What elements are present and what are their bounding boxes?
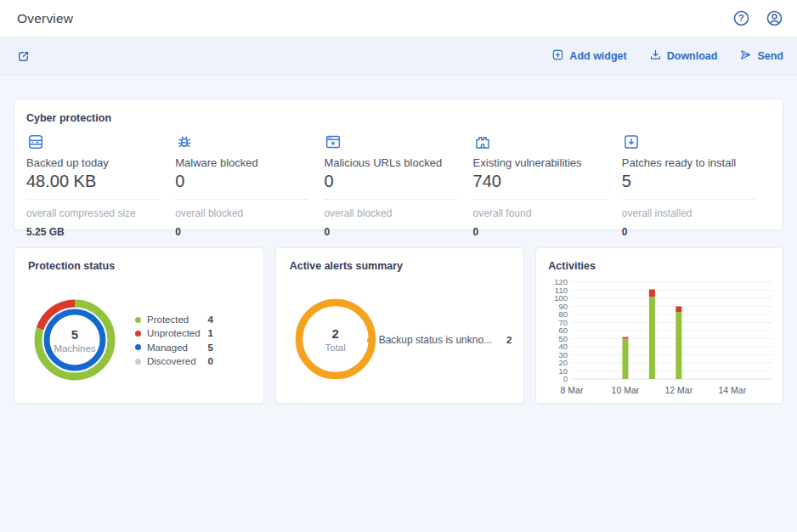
activities-widget: Activities 01020304050607080901001101208… — [535, 247, 783, 404]
account-icon[interactable] — [765, 9, 783, 28]
divider — [26, 199, 160, 200]
machines-label: Machines — [54, 343, 95, 354]
stat-label: Malicious URLs blocked — [324, 156, 457, 169]
divider — [175, 199, 308, 200]
legend-label: Protected — [147, 314, 203, 325]
legend-item-backup-status-unknown: Backup status is unkno... 2 — [367, 333, 512, 347]
open-in-new-window-icon[interactable] — [14, 47, 32, 65]
stat-patches-ready-to-install[interactable]: Patches ready to install 5 overall insta… — [622, 133, 771, 238]
stat-label: Backed up today — [26, 156, 160, 169]
activities-title: Activities — [548, 260, 771, 272]
svg-text:?: ? — [738, 13, 744, 23]
protection-status-widget: Protection status 5 Machines Protected 4… — [14, 247, 264, 404]
page-title: Overview — [17, 11, 73, 26]
legend-item-discovered: Discovered 0 — [135, 354, 213, 368]
send-button[interactable]: Send — [739, 48, 783, 64]
svg-text:100: 100 — [554, 293, 568, 303]
active-alerts-widget: Active alerts summary 2 Total Backup sta… — [275, 247, 525, 404]
cyber-protection-widget: Cyber protection Backed up today 48.00 K… — [14, 99, 783, 230]
active-alerts-donut: 2 Total — [293, 297, 378, 382]
stat-label: Malware blocked — [175, 156, 308, 169]
machines-count: 5 — [71, 327, 78, 342]
send-icon — [739, 48, 752, 64]
stat-sublabel: overall blocked — [324, 207, 457, 219]
svg-text:10 Mar: 10 Mar — [612, 385, 640, 395]
stat-existing-vulnerabilities[interactable]: Existing vulnerabilities 740 overall fou… — [473, 133, 622, 238]
stat-value: 740 — [473, 172, 607, 191]
stat-subvalue: 0 — [473, 226, 607, 238]
svg-text:8 Mar: 8 Mar — [561, 385, 584, 395]
widget-row: Protection status 5 Machines Protected 4… — [14, 247, 783, 404]
svg-text:70: 70 — [559, 318, 568, 327]
svg-text:12 Mar: 12 Mar — [665, 385, 693, 395]
stat-value: 0 — [175, 172, 308, 191]
stat-value: 0 — [324, 172, 457, 191]
cyber-protection-stats: Backed up today 48.00 KB overall compres… — [26, 133, 771, 238]
toolbar-actions: Add widget Download Send — [551, 48, 783, 64]
protection-status-donut: 5 Machines — [32, 297, 117, 382]
svg-text:40: 40 — [559, 342, 568, 351]
stat-backed-up-today[interactable]: Backed up today 48.00 KB overall compres… — [26, 133, 175, 238]
legend-label: Unprotected — [147, 328, 203, 338]
svg-text:10: 10 — [559, 366, 568, 376]
backup-drive-icon — [26, 133, 45, 151]
alert-dot-icon — [367, 337, 373, 343]
svg-text:80: 80 — [559, 309, 568, 319]
svg-text:20: 20 — [559, 358, 568, 367]
stat-sublabel: overall found — [473, 207, 607, 219]
add-widget-icon — [551, 48, 564, 64]
header-icons: ? — [732, 9, 783, 28]
discovered-dot-icon — [135, 359, 141, 365]
unprotected-dot-icon — [135, 331, 141, 337]
bug-icon — [175, 133, 194, 151]
download-button[interactable]: Download — [649, 48, 718, 64]
stat-value: 5 — [622, 172, 755, 191]
stat-subvalue: 0 — [622, 226, 755, 238]
legend-value: 4 — [208, 314, 213, 325]
svg-text:90: 90 — [559, 302, 568, 311]
add-widget-button[interactable]: Add widget — [551, 48, 626, 64]
active-alerts-title: Active alerts summary — [290, 260, 511, 272]
legend-label: Backup status is unkno... — [379, 334, 501, 346]
managed-dot-icon — [135, 344, 141, 350]
svg-text:50: 50 — [559, 334, 568, 343]
dashboard-content: Cyber protection Backed up today 48.00 K… — [0, 76, 797, 404]
stat-label: Existing vulnerabilities — [473, 156, 607, 169]
help-icon[interactable]: ? — [732, 9, 750, 28]
svg-text:120: 120 — [554, 279, 568, 286]
stat-label: Patches ready to install — [622, 156, 755, 169]
protected-dot-icon — [135, 317, 141, 323]
legend-item-protected: Protected 4 — [135, 313, 213, 326]
stat-sublabel: overall blocked — [175, 207, 308, 219]
legend-item-managed: Managed 5 — [135, 341, 213, 354]
protection-status-title: Protection status — [28, 260, 250, 272]
fortress-icon — [473, 133, 492, 151]
legend-value: 5 — [208, 342, 213, 353]
download-label: Download — [667, 50, 718, 62]
stat-malicious-urls-blocked[interactable]: Malicious URLs blocked 0 overall blocked… — [324, 133, 472, 238]
alerts-total-count: 2 — [332, 326, 339, 341]
divider — [473, 199, 607, 200]
patch-install-icon — [622, 133, 641, 151]
protection-status-legend: Protected 4 Unprotected 1 Managed 5 Disc… — [135, 313, 213, 368]
legend-item-unprotected: Unprotected 1 — [135, 326, 213, 340]
svg-text:14 Mar: 14 Mar — [719, 385, 747, 395]
dashboard-toolbar: Add widget Download Send — [0, 37, 797, 76]
donut-center: 2 Total — [293, 297, 378, 382]
active-alerts-legend: Backup status is unkno... 2 — [367, 333, 512, 347]
add-widget-label: Add widget — [569, 50, 626, 62]
stat-malware-blocked[interactable]: Malware blocked 0 overall blocked 0 — [175, 133, 324, 238]
stat-subvalue: 5.25 GB — [26, 226, 160, 238]
legend-value: 0 — [208, 356, 213, 366]
legend-value: 2 — [506, 335, 512, 345]
divider — [324, 199, 457, 200]
stat-subvalue: 0 — [324, 226, 457, 238]
legend-value: 1 — [208, 328, 213, 338]
svg-text:0: 0 — [563, 374, 568, 383]
divider — [622, 199, 755, 200]
app-header: Overview ? — [0, 0, 797, 37]
download-icon — [649, 48, 662, 64]
stat-value: 48.00 KB — [26, 172, 160, 191]
svg-text:30: 30 — [559, 350, 568, 359]
legend-label: Managed — [147, 342, 203, 353]
